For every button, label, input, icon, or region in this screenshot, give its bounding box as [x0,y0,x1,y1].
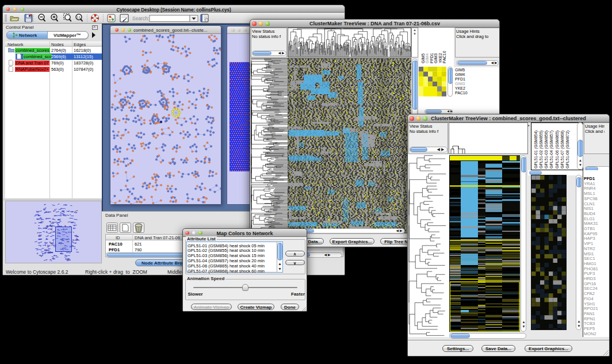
svg-text:GPL51-01 (GSM854): GPL51-01 (GSM854) [534,131,538,168]
svg-text:GIM5: GIM5 [421,53,425,63]
svg-text:1:1: 1:1 [77,16,81,19]
svg-text:GPL51-08 (GSM872): GPL51-08 (GSM872) [565,131,570,168]
svg-text:YKE2: YKE2 [438,53,442,63]
svg-text:GPL51-03 (GSM856): GPL51-03 (GSM856) [544,131,549,168]
svg-text:GPL51-06 (GSM865): GPL51-06 (GSM865) [555,131,560,168]
svg-text:GPL51-07 (GSM868): GPL51-07 (GSM868) [560,131,565,168]
svg-text:GPL51-04 (GSM857): GPL51-04 (GSM857) [549,131,554,168]
svg-text:GIM3: GIM3 [434,53,438,63]
svg-text:Search:: Search: [132,16,149,21]
svg-text:GPL51-02 (GSM855): GPL51-02 (GSM855) [539,131,544,168]
svg-text:GIM4: GIM4 [425,53,429,63]
svg-text:PFD1: PFD1 [430,53,434,63]
svg-text:PAC10: PAC10 [442,51,446,63]
